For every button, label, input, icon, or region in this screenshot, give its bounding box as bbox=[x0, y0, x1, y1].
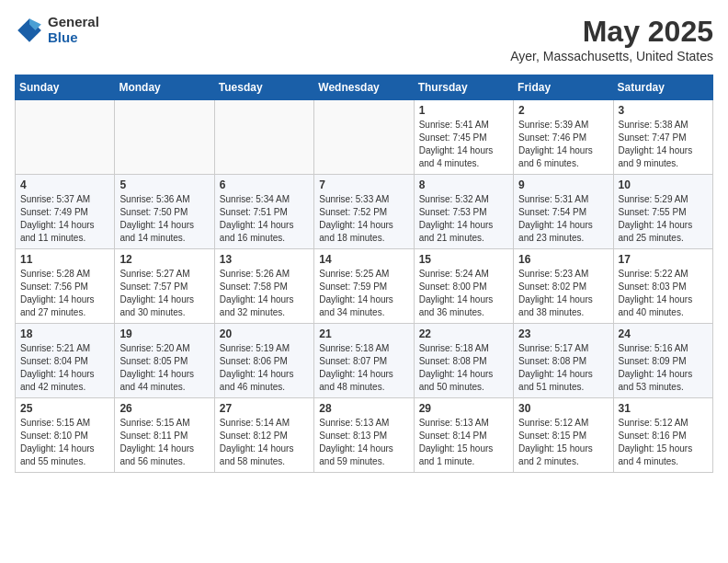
day-info: Sunrise: 5:17 AM Sunset: 8:08 PM Dayligh… bbox=[518, 342, 608, 394]
day-info: Sunrise: 5:13 AM Sunset: 8:14 PM Dayligh… bbox=[419, 417, 508, 468]
calendar-week-row: 4Sunrise: 5:37 AM Sunset: 7:49 PM Daylig… bbox=[16, 175, 713, 249]
day-number: 14 bbox=[319, 253, 408, 266]
calendar-cell: 29Sunrise: 5:13 AM Sunset: 8:14 PM Dayli… bbox=[414, 398, 513, 473]
day-info: Sunrise: 5:12 AM Sunset: 8:16 PM Dayligh… bbox=[619, 417, 708, 468]
day-number: 29 bbox=[419, 402, 508, 415]
calendar-cell: 13Sunrise: 5:26 AM Sunset: 7:58 PM Dayli… bbox=[214, 249, 313, 324]
day-number: 27 bbox=[220, 402, 309, 415]
day-number: 25 bbox=[20, 402, 109, 415]
calendar-cell: 30Sunrise: 5:12 AM Sunset: 8:15 PM Dayli… bbox=[514, 398, 613, 473]
day-number: 6 bbox=[220, 178, 309, 191]
calendar-cell: 14Sunrise: 5:25 AM Sunset: 7:59 PM Dayli… bbox=[314, 249, 414, 324]
calendar-cell: 15Sunrise: 5:24 AM Sunset: 8:00 PM Dayli… bbox=[414, 249, 513, 324]
day-info: Sunrise: 5:20 AM Sunset: 8:05 PM Dayligh… bbox=[119, 342, 209, 394]
calendar-cell: 19Sunrise: 5:20 AM Sunset: 8:05 PM Dayli… bbox=[115, 324, 214, 398]
day-number: 26 bbox=[119, 402, 209, 415]
day-info: Sunrise: 5:18 AM Sunset: 8:08 PM Dayligh… bbox=[419, 342, 508, 394]
day-of-week-header: Monday bbox=[115, 75, 214, 100]
day-info: Sunrise: 5:14 AM Sunset: 8:12 PM Dayligh… bbox=[220, 417, 309, 468]
day-info: Sunrise: 5:38 AM Sunset: 7:47 PM Dayligh… bbox=[619, 119, 708, 170]
calendar-cell: 6Sunrise: 5:34 AM Sunset: 7:51 PM Daylig… bbox=[214, 175, 313, 249]
calendar-cell: 31Sunrise: 5:12 AM Sunset: 8:16 PM Dayli… bbox=[613, 398, 712, 473]
day-number: 8 bbox=[419, 178, 508, 191]
day-number: 15 bbox=[419, 253, 508, 266]
day-number: 17 bbox=[619, 253, 708, 266]
page-header: General Blue May 2025 Ayer, Massachusett… bbox=[15, 15, 713, 63]
day-info: Sunrise: 5:16 AM Sunset: 8:09 PM Dayligh… bbox=[619, 342, 708, 394]
day-info: Sunrise: 5:36 AM Sunset: 7:50 PM Dayligh… bbox=[119, 193, 209, 245]
calendar-cell: 5Sunrise: 5:36 AM Sunset: 7:50 PM Daylig… bbox=[115, 175, 214, 249]
day-number: 31 bbox=[619, 402, 708, 415]
day-number: 21 bbox=[319, 327, 408, 340]
day-number: 12 bbox=[119, 253, 209, 266]
day-info: Sunrise: 5:33 AM Sunset: 7:52 PM Dayligh… bbox=[319, 193, 408, 245]
day-number: 24 bbox=[619, 327, 708, 340]
day-number: 11 bbox=[20, 253, 109, 266]
day-of-week-header: Sunday bbox=[16, 75, 115, 100]
day-number: 13 bbox=[220, 253, 309, 266]
day-number: 28 bbox=[319, 402, 408, 415]
day-of-week-header: Saturday bbox=[613, 75, 712, 100]
calendar-cell bbox=[314, 100, 414, 175]
day-info: Sunrise: 5:18 AM Sunset: 8:07 PM Dayligh… bbox=[319, 342, 408, 394]
calendar-cell: 22Sunrise: 5:18 AM Sunset: 8:08 PM Dayli… bbox=[414, 324, 513, 398]
calendar-cell bbox=[115, 100, 214, 175]
day-of-week-header: Thursday bbox=[414, 75, 513, 100]
calendar-cell: 1Sunrise: 5:41 AM Sunset: 7:45 PM Daylig… bbox=[414, 100, 513, 175]
day-number: 23 bbox=[518, 327, 608, 340]
day-number: 10 bbox=[619, 178, 708, 191]
day-info: Sunrise: 5:19 AM Sunset: 8:06 PM Dayligh… bbox=[220, 342, 309, 394]
day-info: Sunrise: 5:32 AM Sunset: 7:53 PM Dayligh… bbox=[419, 193, 508, 245]
calendar-cell: 3Sunrise: 5:38 AM Sunset: 7:47 PM Daylig… bbox=[613, 100, 712, 175]
calendar-week-row: 18Sunrise: 5:21 AM Sunset: 8:04 PM Dayli… bbox=[16, 324, 713, 398]
day-of-week-header: Friday bbox=[514, 75, 613, 100]
day-info: Sunrise: 5:37 AM Sunset: 7:49 PM Dayligh… bbox=[20, 193, 109, 245]
calendar-table: SundayMondayTuesdayWednesdayThursdayFrid… bbox=[15, 75, 713, 473]
logo-general-text: General bbox=[48, 15, 99, 30]
day-number: 4 bbox=[20, 178, 109, 191]
calendar-cell bbox=[16, 100, 115, 175]
day-info: Sunrise: 5:26 AM Sunset: 7:58 PM Dayligh… bbox=[220, 268, 309, 319]
day-info: Sunrise: 5:27 AM Sunset: 7:57 PM Dayligh… bbox=[119, 268, 209, 319]
day-number: 19 bbox=[119, 327, 209, 340]
calendar-header-row: SundayMondayTuesdayWednesdayThursdayFrid… bbox=[16, 75, 713, 100]
calendar-cell: 24Sunrise: 5:16 AM Sunset: 8:09 PM Dayli… bbox=[613, 324, 712, 398]
logo-blue-text: Blue bbox=[48, 30, 99, 46]
day-number: 3 bbox=[619, 104, 708, 117]
day-info: Sunrise: 5:21 AM Sunset: 8:04 PM Dayligh… bbox=[20, 342, 109, 394]
calendar-cell: 8Sunrise: 5:32 AM Sunset: 7:53 PM Daylig… bbox=[414, 175, 513, 249]
day-info: Sunrise: 5:28 AM Sunset: 7:56 PM Dayligh… bbox=[20, 268, 109, 319]
day-info: Sunrise: 5:41 AM Sunset: 7:45 PM Dayligh… bbox=[419, 119, 508, 170]
day-of-week-header: Tuesday bbox=[214, 75, 313, 100]
calendar-cell: 25Sunrise: 5:15 AM Sunset: 8:10 PM Dayli… bbox=[16, 398, 115, 473]
calendar-cell: 20Sunrise: 5:19 AM Sunset: 8:06 PM Dayli… bbox=[214, 324, 313, 398]
day-info: Sunrise: 5:39 AM Sunset: 7:46 PM Dayligh… bbox=[518, 119, 608, 170]
calendar-cell: 28Sunrise: 5:13 AM Sunset: 8:13 PM Dayli… bbox=[314, 398, 414, 473]
location-text: Ayer, Massachusetts, United States bbox=[510, 49, 713, 63]
calendar-cell: 16Sunrise: 5:23 AM Sunset: 8:02 PM Dayli… bbox=[514, 249, 613, 324]
calendar-week-row: 11Sunrise: 5:28 AM Sunset: 7:56 PM Dayli… bbox=[16, 249, 713, 324]
calendar-cell: 17Sunrise: 5:22 AM Sunset: 8:03 PM Dayli… bbox=[613, 249, 712, 324]
day-number: 7 bbox=[319, 178, 408, 191]
calendar-cell: 12Sunrise: 5:27 AM Sunset: 7:57 PM Dayli… bbox=[115, 249, 214, 324]
calendar-cell: 10Sunrise: 5:29 AM Sunset: 7:55 PM Dayli… bbox=[613, 175, 712, 249]
calendar-cell: 2Sunrise: 5:39 AM Sunset: 7:46 PM Daylig… bbox=[514, 100, 613, 175]
calendar-cell: 11Sunrise: 5:28 AM Sunset: 7:56 PM Dayli… bbox=[16, 249, 115, 324]
day-of-week-header: Wednesday bbox=[314, 75, 414, 100]
calendar-cell: 21Sunrise: 5:18 AM Sunset: 8:07 PM Dayli… bbox=[314, 324, 414, 398]
calendar-cell: 7Sunrise: 5:33 AM Sunset: 7:52 PM Daylig… bbox=[314, 175, 414, 249]
day-number: 30 bbox=[518, 402, 608, 415]
day-info: Sunrise: 5:12 AM Sunset: 8:15 PM Dayligh… bbox=[518, 417, 608, 468]
logo-text: General Blue bbox=[48, 15, 99, 45]
day-info: Sunrise: 5:23 AM Sunset: 8:02 PM Dayligh… bbox=[518, 268, 608, 319]
day-number: 1 bbox=[419, 104, 508, 117]
day-info: Sunrise: 5:34 AM Sunset: 7:51 PM Dayligh… bbox=[220, 193, 309, 245]
day-info: Sunrise: 5:15 AM Sunset: 8:10 PM Dayligh… bbox=[20, 417, 109, 468]
day-info: Sunrise: 5:31 AM Sunset: 7:54 PM Dayligh… bbox=[518, 193, 608, 245]
day-number: 20 bbox=[220, 327, 309, 340]
logo-icon bbox=[15, 16, 44, 45]
day-number: 18 bbox=[20, 327, 109, 340]
calendar-cell: 23Sunrise: 5:17 AM Sunset: 8:08 PM Dayli… bbox=[514, 324, 613, 398]
calendar-week-row: 25Sunrise: 5:15 AM Sunset: 8:10 PM Dayli… bbox=[16, 398, 713, 473]
calendar-week-row: 1Sunrise: 5:41 AM Sunset: 7:45 PM Daylig… bbox=[16, 100, 713, 175]
